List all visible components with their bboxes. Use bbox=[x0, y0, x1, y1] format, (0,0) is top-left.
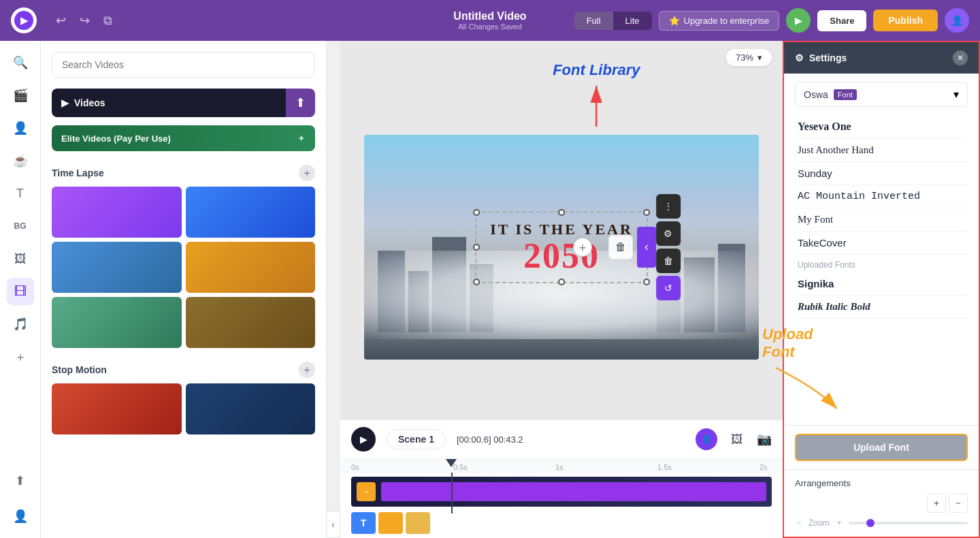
sidebar-item-background[interactable]: BG bbox=[7, 212, 34, 240]
save-status: All Changes Saved bbox=[453, 22, 526, 31]
canvas-area: Font Library Upload Font bbox=[340, 41, 783, 538]
font-item-ac-mountain[interactable]: AC Mountain Inverted bbox=[795, 185, 968, 208]
redo-button[interactable]: ↪ bbox=[74, 10, 95, 31]
stopmotion-thumb-1[interactable] bbox=[52, 383, 182, 434]
zoom-slider[interactable] bbox=[849, 522, 968, 524]
handle-br[interactable] bbox=[643, 279, 650, 285]
upload-tab-button[interactable]: ⬆ bbox=[286, 89, 315, 117]
handle-tm[interactable] bbox=[558, 209, 565, 216]
full-mode-button[interactable]: Full bbox=[574, 12, 613, 30]
zoom-control[interactable]: 73% ▾ bbox=[726, 49, 772, 66]
uploaded-fonts-label: Uploaded Fonts bbox=[795, 255, 968, 272]
arrangement-minus-button[interactable]: － bbox=[949, 494, 968, 513]
panel-collapse-button[interactable]: ‹ bbox=[327, 511, 340, 538]
sidebar-item-videos[interactable]: 🎞 bbox=[7, 278, 34, 305]
main-track[interactable]: → bbox=[351, 477, 772, 507]
sidebar-item-images[interactable]: 🖼 bbox=[7, 245, 34, 272]
elite-banner[interactable]: Elite Videos (Pay Per Use) ＋ bbox=[52, 125, 315, 151]
sidebar-item-user[interactable]: 👤 bbox=[7, 503, 34, 530]
canvas-toolbar: 73% ▾ bbox=[340, 41, 783, 74]
font-item-takecover[interactable]: TakeCover bbox=[795, 232, 968, 255]
videos-tab-button[interactable]: ▶ Videos bbox=[52, 89, 286, 117]
track-purple-bar bbox=[381, 482, 766, 501]
stopmotion-grid bbox=[41, 383, 326, 443]
delete-text-button[interactable]: 🗑 bbox=[656, 249, 681, 273]
search-area bbox=[41, 41, 326, 89]
font-item-my-font[interactable]: My Font bbox=[795, 208, 968, 232]
sidebar-item-text[interactable]: T bbox=[7, 180, 34, 207]
gear-icon: ⚙ bbox=[795, 52, 804, 63]
handle-tr[interactable] bbox=[643, 209, 650, 216]
publish-button[interactable]: Publish bbox=[873, 10, 938, 31]
zoom-value: 73% bbox=[736, 52, 753, 63]
timelapse-thumb-3[interactable] bbox=[52, 242, 182, 293]
undo-button[interactable]: ↩ bbox=[50, 10, 71, 31]
timelapse-thumb-5[interactable] bbox=[52, 297, 182, 348]
expand-panel-button[interactable]: ‹ bbox=[637, 227, 656, 268]
add-scene-button[interactable]: ＋ bbox=[573, 238, 592, 257]
timeline-icons: 👤 🖼 📷 bbox=[696, 428, 772, 450]
track-item-yellow2[interactable] bbox=[406, 512, 430, 534]
share-text-button[interactable]: ⋮ bbox=[656, 194, 681, 219]
enterprise-button[interactable]: ⭐ Upgrade to enterprise bbox=[659, 11, 780, 31]
sidebar-item-music[interactable]: 🎵 bbox=[7, 311, 34, 338]
timelapse-section-header: Time Lapse ＋ bbox=[41, 159, 326, 187]
canvas-container: IT IS THE YEAR 2050 ⋮ ⚙ 🗑 ↺ ＋ 🗑 bbox=[340, 74, 783, 420]
video-canvas[interactable]: IT IS THE YEAR 2050 ⋮ ⚙ 🗑 ↺ bbox=[364, 135, 759, 360]
sidebar-item-people[interactable]: 👤 bbox=[7, 114, 34, 142]
search-input[interactable] bbox=[52, 52, 315, 78]
refresh-text-button[interactable]: ↺ bbox=[656, 276, 681, 300]
timelapse-thumb-6[interactable] bbox=[186, 297, 316, 348]
stopmotion-thumb-2[interactable] bbox=[186, 383, 316, 434]
zoom-slider-thumb[interactable] bbox=[866, 519, 875, 527]
share-button[interactable]: Share bbox=[817, 10, 866, 31]
arrangements-section: Arrangements ＋ － － Zoom ＋ bbox=[784, 469, 979, 537]
settings-text-button[interactable]: ⚙ bbox=[656, 221, 681, 246]
preview-play-button[interactable]: ▶ bbox=[786, 8, 811, 33]
timelapse-add-button[interactable]: ＋ bbox=[299, 165, 315, 181]
timelapse-thumb-1[interactable] bbox=[52, 187, 182, 238]
handle-ml[interactable] bbox=[473, 244, 480, 251]
text-track-t[interactable]: T bbox=[351, 512, 376, 534]
camera-icon[interactable]: 📷 bbox=[757, 432, 772, 447]
font-dropdown-label: Oswa Font bbox=[804, 89, 857, 100]
handle-bl[interactable] bbox=[473, 279, 480, 285]
user-avatar[interactable]: 👤 bbox=[945, 8, 969, 33]
timelapse-thumb-4[interactable] bbox=[186, 242, 316, 293]
font-item-signika[interactable]: Signika bbox=[795, 272, 968, 296]
sidebar-item-add[interactable]: ＋ bbox=[7, 343, 34, 370]
lite-mode-button[interactable]: Lite bbox=[613, 12, 652, 30]
font-item-sunday[interactable]: Sunday bbox=[795, 162, 968, 185]
arrangement-plus-button[interactable]: ＋ bbox=[927, 494, 946, 513]
videos-icon: ▶ bbox=[61, 97, 69, 108]
handle-tl[interactable] bbox=[473, 209, 480, 216]
sidebar-item-objects[interactable]: ☕ bbox=[7, 147, 34, 174]
delete-canvas-button[interactable]: 🗑 bbox=[608, 235, 633, 259]
scene-icon[interactable]: 🖼 bbox=[731, 432, 743, 447]
topbar-right: Full Lite ⭐ Upgrade to enterprise ▶ Shar… bbox=[574, 8, 969, 33]
font-item-rubik-italic[interactable]: Rubik Italic Bold bbox=[795, 296, 968, 319]
mode-toggle: Full Lite bbox=[574, 12, 652, 30]
font-item-just-another-hand[interactable]: Just Another Hand bbox=[795, 139, 968, 162]
duplicate-button[interactable]: ⧉ bbox=[98, 10, 118, 31]
settings-close-button[interactable]: ✕ bbox=[953, 50, 968, 65]
timeline-ruler: 0s 0.5s 1s 1.5s 2s 2.5s 3s bbox=[340, 459, 783, 473]
sidebar-item-search[interactable]: 🔍 bbox=[7, 49, 34, 76]
scene-label[interactable]: Scene 1 bbox=[387, 429, 446, 449]
track-item-yellow1[interactable] bbox=[378, 512, 403, 534]
star-icon: ⭐ bbox=[669, 16, 680, 26]
sidebar-item-upload[interactable]: ⬆ bbox=[7, 467, 34, 494]
text-actions: ⋮ ⚙ 🗑 ↺ bbox=[656, 194, 681, 300]
timeline-play-button[interactable]: ▶ bbox=[351, 427, 376, 452]
character-avatar[interactable]: 👤 bbox=[696, 428, 717, 450]
settings-title: ⚙ Settings bbox=[795, 52, 847, 63]
sidebar-item-scenes[interactable]: 🎬 bbox=[7, 82, 34, 109]
logo[interactable]: ▶ bbox=[11, 7, 37, 33]
stopmotion-add-button[interactable]: ＋ bbox=[299, 362, 315, 378]
font-item-yeseva-one[interactable]: Yeseva One bbox=[795, 115, 968, 139]
stopmotion-section-header: Stop Motion ＋ bbox=[41, 356, 326, 383]
font-dropdown[interactable]: Oswa Font ▾ bbox=[795, 82, 968, 107]
timelapse-thumb-2[interactable] bbox=[186, 187, 316, 238]
upload-font-button[interactable]: Upload Font bbox=[795, 434, 968, 461]
handle-bm[interactable] bbox=[558, 279, 565, 285]
